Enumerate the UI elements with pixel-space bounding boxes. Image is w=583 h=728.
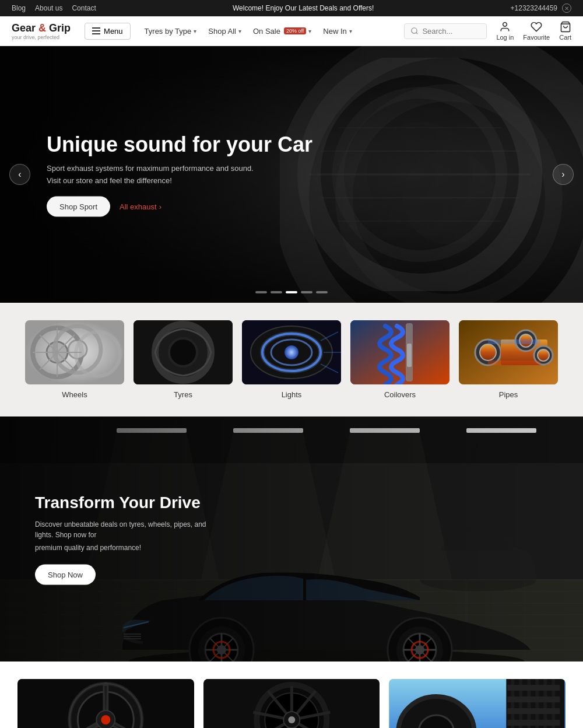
contact-link[interactable]: Contact xyxy=(72,4,96,12)
products-section xyxy=(0,662,583,728)
hero-buttons: Shop Sport All exhaust › xyxy=(47,197,312,217)
svg-rect-129 xyxy=(508,685,560,691)
lights-art xyxy=(242,320,341,384)
coilovers-image xyxy=(350,320,449,384)
user-icon xyxy=(499,21,511,33)
transform-section: Transform Your Drive Discover unbeatable… xyxy=(0,416,583,662)
category-coilovers[interactable]: Coilovers xyxy=(350,320,449,399)
coilovers-art xyxy=(350,320,449,384)
coilovers-label: Coilovers xyxy=(384,390,416,399)
navbar: Gear & Grip your drive, perfected Menu T… xyxy=(0,16,583,46)
hero-content: Unique sound for your Car Sport exhaust … xyxy=(47,132,312,217)
svg-point-103 xyxy=(101,715,110,724)
svg-line-1 xyxy=(416,33,418,34)
cart-icon xyxy=(560,21,571,33)
category-pipes[interactable]: Pipes xyxy=(459,320,558,399)
wheel1-art xyxy=(17,679,194,728)
product-image-2 xyxy=(203,679,380,728)
wheels-label: Wheels xyxy=(62,390,87,399)
wheels-art xyxy=(25,320,124,384)
nav-shop-all[interactable]: Shop All ▾ xyxy=(203,24,246,38)
about-link[interactable]: About us xyxy=(35,4,62,12)
nav-right: Log in Favourite Cart xyxy=(404,21,571,41)
search-input[interactable] xyxy=(422,27,480,36)
menu-label: Menu xyxy=(104,27,123,36)
hero-dot-1[interactable] xyxy=(255,291,267,293)
chevron-down-icon: ▾ xyxy=(194,28,196,34)
pipes-image xyxy=(459,320,558,384)
hero-dot-5[interactable] xyxy=(316,291,328,293)
nav-tyres-by-type[interactable]: Tyres by Type ▾ xyxy=(140,24,202,38)
nav-new-in[interactable]: New In ▾ xyxy=(318,24,356,38)
products-grid xyxy=(17,679,566,728)
sale-badge: 20% off xyxy=(284,27,306,34)
svg-point-47 xyxy=(538,349,549,361)
category-tyres[interactable]: Tyres xyxy=(134,320,233,399)
transform-subtitle: Discover unbeatable deals on tyres, whee… xyxy=(35,519,222,540)
logo[interactable]: Gear & Grip your drive, perfected xyxy=(12,22,71,40)
close-icon[interactable]: ✕ xyxy=(562,4,571,13)
svg-point-0 xyxy=(412,28,417,33)
svg-rect-132 xyxy=(508,720,560,726)
svg-rect-49 xyxy=(488,360,540,365)
wheels-image xyxy=(25,320,124,384)
svg-rect-130 xyxy=(508,696,560,702)
nav-links: Tyres by Type ▾ Shop All ▾ On Sale 20% o… xyxy=(140,24,395,38)
hero-section: Unique sound for your Car Sport exhaust … xyxy=(0,46,583,303)
search-icon xyxy=(410,27,419,35)
product-image-3 xyxy=(389,679,566,728)
hero-title: Unique sound for your Car xyxy=(47,132,312,157)
transform-title: Transform Your Drive xyxy=(35,494,222,512)
lights-image xyxy=(242,320,341,384)
tyres-label: Tyres xyxy=(174,390,192,399)
svg-point-27 xyxy=(169,338,197,366)
top-bar-right: +12323244459 ✕ xyxy=(511,4,571,13)
chevron-down-icon: ▾ xyxy=(308,28,311,34)
search-bar[interactable] xyxy=(404,23,487,39)
cart-button[interactable]: Cart xyxy=(559,21,571,41)
pipes-label: Pipes xyxy=(499,390,518,399)
shop-now-button[interactable]: Shop Now xyxy=(35,565,96,585)
svg-rect-39 xyxy=(407,344,412,367)
hamburger-icon xyxy=(92,27,100,34)
hero-dots xyxy=(255,291,328,293)
tyres-image xyxy=(134,320,233,384)
brand-name: Gear & Grip xyxy=(12,22,71,34)
category-wheels[interactable]: Wheels xyxy=(25,320,124,399)
lights-label: Lights xyxy=(282,390,302,399)
login-button[interactable]: Log in xyxy=(496,21,514,41)
hero-next-button[interactable]: › xyxy=(553,164,574,185)
product-card-1[interactable] xyxy=(17,679,194,728)
svg-rect-48 xyxy=(488,340,540,344)
chevron-down-icon: ▾ xyxy=(349,28,352,34)
svg-point-2 xyxy=(503,23,507,27)
categories-grid: Wheels Tyres xyxy=(17,320,566,399)
hero-dot-2[interactable] xyxy=(271,291,282,293)
tyre-art xyxy=(389,679,566,728)
svg-rect-131 xyxy=(508,708,560,714)
hero-dot-4[interactable] xyxy=(301,291,312,293)
tyres-art xyxy=(134,320,233,384)
all-exhaust-link[interactable]: All exhaust › xyxy=(120,202,161,211)
transform-subtitle2: premium quality and performance! xyxy=(35,542,222,553)
shop-sport-button[interactable]: Shop Sport xyxy=(47,197,110,217)
heart-icon xyxy=(531,21,542,33)
nav-on-sale[interactable]: On Sale 20% off ▾ xyxy=(248,24,316,38)
blog-link[interactable]: Blog xyxy=(12,4,26,12)
svg-point-33 xyxy=(285,345,298,359)
category-lights[interactable]: Lights xyxy=(242,320,341,399)
favorite-button[interactable]: Favourite xyxy=(523,21,550,41)
menu-button[interactable]: Menu xyxy=(85,23,131,40)
hero-dot-3[interactable] xyxy=(286,291,297,293)
svg-point-118 xyxy=(288,716,295,723)
hero-subtitle: Sport exhaust systems for maximum perfor… xyxy=(47,164,312,173)
hero-prev-button[interactable]: ‹ xyxy=(9,164,30,185)
categories-section: Wheels Tyres xyxy=(0,303,583,416)
chevron-down-icon: ▾ xyxy=(238,28,241,34)
product-card-2[interactable] xyxy=(203,679,380,728)
top-bar-links: Blog About us Contact xyxy=(12,4,96,12)
arrow-right-icon: › xyxy=(159,202,161,211)
transform-content: Transform Your Drive Discover unbeatable… xyxy=(35,494,222,585)
product-card-3[interactable] xyxy=(389,679,566,728)
brand-tagline: your drive, perfected xyxy=(12,34,71,40)
